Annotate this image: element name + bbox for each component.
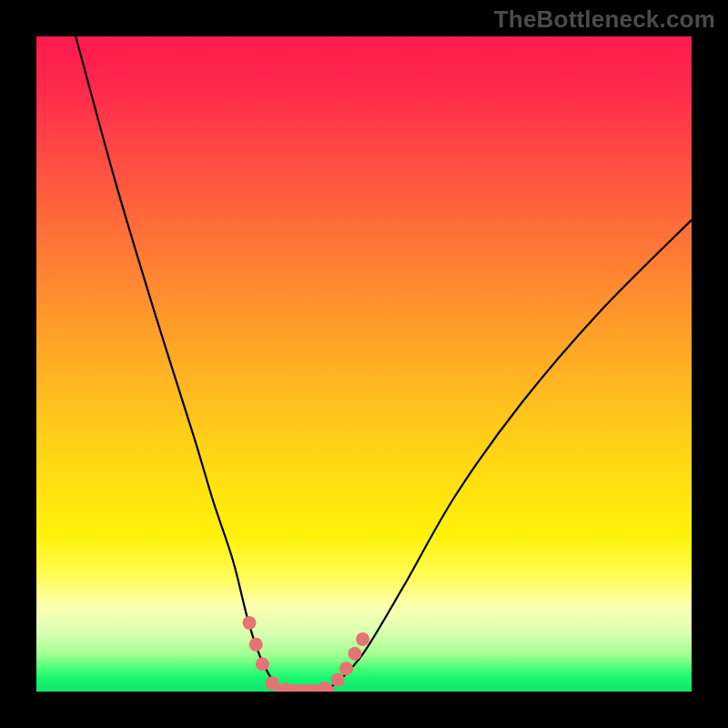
curve-marker xyxy=(249,638,263,652)
curve-markers xyxy=(243,616,370,692)
curve-layer xyxy=(36,36,692,692)
curve-marker xyxy=(348,647,361,661)
curve-marker xyxy=(256,657,269,671)
chart-frame: TheBottleneck.com xyxy=(0,0,728,728)
curve-marker xyxy=(243,616,257,630)
curve-marker xyxy=(318,682,331,692)
bottleneck-curve xyxy=(76,36,692,692)
curve-marker xyxy=(266,676,279,690)
curve-marker xyxy=(339,662,353,675)
plot-area xyxy=(36,36,692,692)
curve-marker xyxy=(356,632,369,646)
watermark-text: TheBottleneck.com xyxy=(494,5,715,34)
curve-marker xyxy=(331,673,345,687)
curve-marker xyxy=(278,682,292,692)
